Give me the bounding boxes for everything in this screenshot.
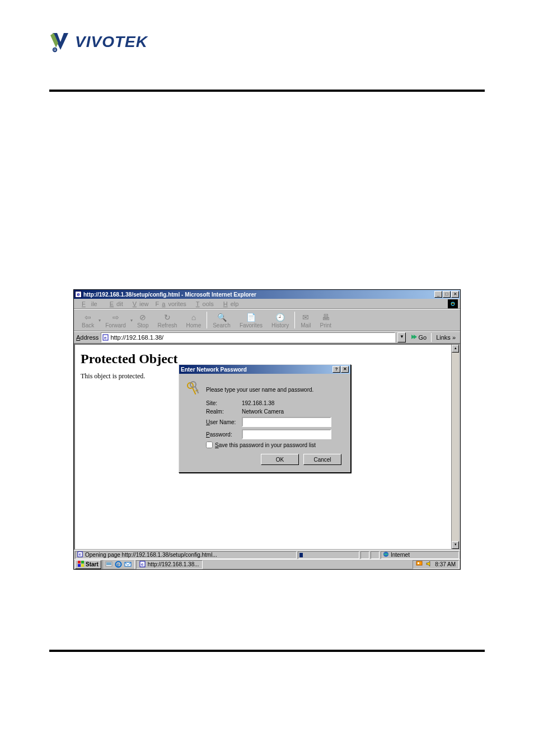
dialog-form: Site:192.168.1.38 Realm:Network Camera U… [206,400,344,448]
minimize-button[interactable]: _ [434,291,442,298]
status-text-cell: e Opening page http://192.168.1.38/setup… [75,551,297,559]
mail-icon: ✉ [302,312,309,322]
dialog-help-button[interactable]: ? [332,366,340,373]
stop-button[interactable]: ⊘Stop [133,310,153,330]
back-arrow-icon: ⇦ [85,312,91,322]
menu-view[interactable]: View [127,300,152,308]
refresh-icon: ↻ [164,312,171,322]
internet-zone-icon [383,551,389,558]
address-input[interactable]: e http://192.168.1.38/ [101,332,395,342]
addr-sep [431,333,432,342]
ie-throbber-icon [448,299,458,308]
favorites-icon: 📄 [246,312,256,322]
search-icon: 🔍 [217,312,227,322]
status-page-icon: e [77,551,83,558]
ql-ie-icon[interactable]: e [114,560,123,569]
home-button[interactable]: ⌂Home [182,310,206,330]
save-password-label: Save this password in your password list [215,442,316,448]
toolbar: ⇦Back ▾ ⇨Forward ▾ ⊘Stop ↻Refresh ⌂Home … [74,309,460,331]
toolbar-separator-2 [294,312,295,328]
progress-bar-fill [299,553,303,557]
task-ie-icon: e [139,561,146,569]
maximize-button[interactable]: □ [443,291,451,298]
menu-edit[interactable]: Edit [104,300,126,308]
dialog-close-button[interactable]: ✕ [341,366,349,373]
links-button[interactable]: Links » [434,334,458,341]
window-titlebar[interactable]: e http://192.168.1.38/setup/config.html … [74,290,460,299]
address-value: http://192.168.1.38/ [110,334,163,341]
divider-top [49,90,485,92]
print-icon: 🖶 [322,312,330,322]
vivotek-logo: VIVOTEK [49,31,148,53]
page-icon: e [102,334,109,341]
refresh-button[interactable]: ↻Refresh [153,310,182,330]
forward-button[interactable]: ⇨Forward [101,310,130,330]
toolbar-separator [207,312,207,328]
password-label: Password: [206,431,242,438]
menu-file[interactable]: File [76,300,103,308]
menu-tools[interactable]: Tools [190,300,217,308]
dialog-body: Please type your user name and password.… [179,374,350,469]
tray-clock[interactable]: 8:37 AM [435,561,456,567]
vivotek-wordmark: VIVOTEK [75,33,148,51]
windows-taskbar: Start e e http://192.168.1.38... 8:37 AM [74,559,460,569]
close-button[interactable]: ✕ [451,291,459,298]
address-dropdown-button[interactable]: ▼ [397,332,406,342]
svg-point-2 [451,302,455,306]
realm-label: Realm: [206,408,242,415]
svg-text:e: e [79,552,81,557]
tray-icon-1[interactable] [416,560,423,569]
cancel-button[interactable]: Cancel [303,454,341,465]
menubar: File Edit View Favorites Tools Help [74,299,460,309]
stop-icon: ⊘ [139,312,146,322]
svg-rect-13 [106,562,111,565]
system-tray: 8:37 AM [413,560,459,569]
scroll-down-button[interactable]: ▾ [452,541,459,549]
status-bar: e Opening page http://192.168.1.38/setup… [74,550,460,559]
window-title: http://192.168.1.38/setup/config.html - … [83,292,434,298]
svg-rect-10 [78,564,81,567]
status-pad1 [360,551,369,559]
taskbar-item-ie[interactable]: e http://192.168.1.38... [136,560,203,569]
svg-rect-11 [81,564,84,567]
menu-help[interactable]: Help [218,300,242,308]
go-button[interactable]: Go [408,332,429,342]
print-button[interactable]: 🖶Print [315,310,336,330]
password-input[interactable] [242,429,331,439]
save-password-checkbox[interactable] [206,442,213,448]
forward-arrow-icon: ⇨ [113,312,119,322]
search-button[interactable]: 🔍Search [208,310,235,330]
scroll-up-button[interactable]: ▴ [452,345,459,353]
status-zone: Internet [381,551,459,559]
tray-volume-icon[interactable] [425,560,433,569]
dialog-title-text: Enter Network Password [181,367,247,373]
history-button[interactable]: 🕘History [267,310,293,330]
address-bar: Address e http://192.168.1.38/ ▼ Go Link… [74,331,460,344]
username-input[interactable] [242,417,331,427]
site-value: 192.168.1.38 [242,400,274,406]
back-button[interactable]: ⇦Back [77,310,99,330]
start-label: Start [86,561,99,567]
mail-button[interactable]: ✉Mail [296,310,315,330]
favorites-button[interactable]: 📄Favorites [235,310,267,330]
windows-flag-icon [78,561,85,569]
start-button[interactable]: Start [75,560,101,569]
quick-launch: e [102,560,135,569]
ql-desktop-icon[interactable] [105,560,114,569]
realm-value: Network Camera [242,408,284,415]
svg-text:e: e [104,335,107,340]
site-label: Site: [206,400,242,406]
zone-label: Internet [391,552,410,558]
username-label: User Name: [206,419,242,425]
history-icon: 🕘 [275,312,285,322]
menu-favorites[interactable]: Favorites [153,300,189,308]
ql-outlook-icon[interactable] [124,560,133,569]
svg-rect-9 [81,561,84,564]
ok-button[interactable]: OK [261,454,299,465]
vertical-scrollbar[interactable]: ▴ ▾ [451,345,459,549]
dialog-titlebar[interactable]: Enter Network Password ? ✕ [179,365,350,374]
address-label: Address [76,334,99,341]
task-label: http://192.168.1.38... [148,561,199,567]
vivotek-mark-icon [49,31,72,53]
divider-bottom [49,650,485,652]
